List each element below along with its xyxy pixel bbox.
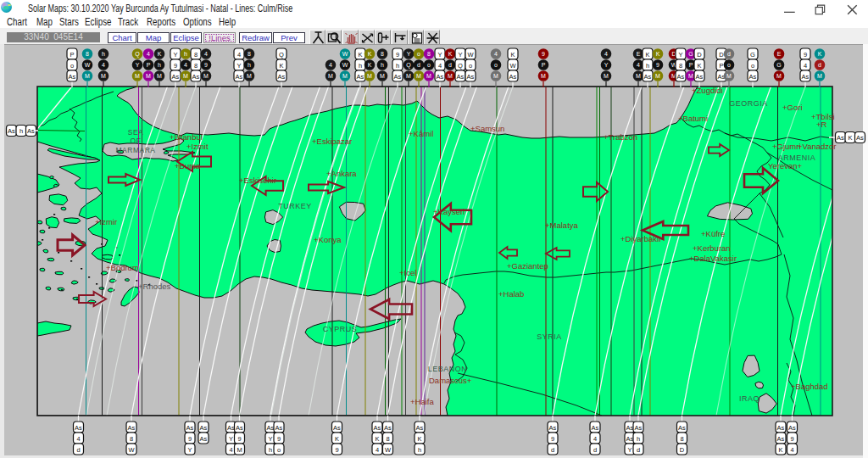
svg-text:G: G: [776, 62, 781, 68]
svg-text:P: P: [719, 62, 723, 70]
svg-text:M: M: [85, 73, 90, 79]
svg-text:h: h: [646, 62, 649, 70]
svg-text:M: M: [146, 73, 151, 79]
svg-text:As: As: [200, 424, 208, 432]
svg-text:As: As: [333, 424, 341, 432]
svg-text:As: As: [278, 73, 286, 81]
svg-text:9: 9: [551, 435, 554, 443]
svg-text:Y: Y: [187, 446, 192, 454]
svg-text:As: As: [384, 424, 392, 432]
svg-text:9: 9: [396, 51, 399, 59]
svg-text:Y: Y: [627, 446, 632, 454]
svg-text:As: As: [394, 73, 402, 81]
svg-text:Y: Y: [236, 62, 241, 70]
svg-text:W: W: [128, 446, 135, 454]
svg-text:K: K: [368, 51, 372, 57]
svg-text:Y: Y: [173, 51, 177, 59]
svg-text:P: P: [147, 62, 151, 68]
svg-text:h: h: [418, 446, 421, 454]
svg-text:As: As: [227, 424, 235, 432]
svg-text:As: As: [192, 73, 200, 81]
svg-text:M: M: [157, 73, 162, 79]
svg-text:+Istanbul: +Istanbul: [170, 132, 203, 142]
svg-text:M: M: [406, 73, 411, 79]
svg-text:M: M: [416, 73, 421, 79]
svg-text:9: 9: [804, 51, 807, 59]
svg-text:+Eskipazar: +Eskipazar: [312, 137, 352, 146]
svg-text:9: 9: [335, 446, 338, 454]
svg-text:As: As: [69, 73, 76, 81]
svg-text:+Halab: +Halab: [498, 289, 524, 299]
svg-text:As: As: [635, 424, 643, 432]
svg-text:MARMARA: MARMARA: [116, 146, 156, 154]
svg-text:4: 4: [204, 51, 208, 57]
svg-text:G: G: [750, 51, 755, 59]
svg-text:As: As: [644, 73, 652, 81]
svg-text:P: P: [70, 51, 74, 59]
svg-text:d: d: [593, 446, 597, 454]
svg-text:h: h: [102, 51, 105, 57]
svg-text:As: As: [128, 424, 136, 432]
svg-text:+Konya: +Konya: [314, 235, 342, 244]
svg-text:M: M: [655, 73, 660, 79]
svg-text:As: As: [172, 73, 180, 81]
svg-text:K: K: [417, 435, 421, 443]
svg-text:8: 8: [130, 435, 133, 443]
svg-text:+Diyarbakir: +Diyarbakir: [620, 234, 661, 243]
svg-text:As: As: [678, 424, 686, 432]
svg-text:4: 4: [438, 62, 442, 70]
svg-text:+Gori: +Gori: [782, 103, 803, 112]
svg-text:M: M: [448, 73, 453, 79]
svg-text:As: As: [437, 73, 444, 81]
svg-text:9: 9: [542, 51, 545, 57]
svg-text:As: As: [802, 73, 810, 81]
svg-text:M: M: [817, 73, 822, 79]
svg-text:4: 4: [329, 62, 332, 68]
svg-text:M: M: [726, 73, 732, 79]
svg-text:+Icel: +Icel: [399, 268, 416, 277]
svg-text:SEA: SEA: [128, 128, 144, 137]
svg-text:9: 9: [277, 435, 281, 443]
svg-text:+Bodrum: +Bodrum: [106, 263, 139, 272]
svg-text:P: P: [689, 62, 693, 68]
svg-text:h: h: [269, 446, 272, 454]
svg-text:h: h: [637, 435, 640, 443]
svg-text:K: K: [375, 435, 379, 443]
svg-text:M: M: [236, 446, 242, 454]
svg-text:As: As: [696, 73, 704, 81]
svg-text:d: d: [551, 446, 554, 454]
svg-text:8: 8: [679, 62, 682, 70]
svg-text:8: 8: [386, 435, 389, 443]
svg-text:K: K: [645, 51, 649, 59]
svg-text:4: 4: [593, 435, 597, 443]
svg-text:D: D: [697, 51, 702, 59]
svg-text:M: M: [247, 73, 252, 79]
svg-text:Q: Q: [458, 62, 463, 70]
svg-text:+Batumi: +Batumi: [678, 114, 708, 123]
svg-text:K: K: [697, 62, 701, 70]
svg-text:h: h: [19, 127, 23, 135]
svg-text:K: K: [279, 62, 283, 70]
svg-text:+R: +R: [816, 120, 827, 129]
svg-text:d: d: [76, 446, 80, 454]
svg-text:+Samsun: +Samsun: [470, 124, 504, 133]
svg-text:9: 9: [204, 62, 208, 68]
svg-text:Y: Y: [268, 435, 272, 443]
svg-text:As: As: [236, 424, 243, 432]
svg-text:G: G: [688, 51, 693, 57]
svg-text:W: W: [85, 62, 91, 68]
svg-text:M: M: [493, 73, 498, 79]
svg-text:GEORGIA: GEORGIA: [729, 99, 768, 108]
svg-text:+Eskisehir: +Eskisehir: [239, 176, 276, 185]
svg-text:K: K: [778, 446, 782, 454]
svg-text:M: M: [688, 73, 693, 79]
svg-text:As: As: [626, 424, 634, 432]
svg-text:As: As: [837, 134, 844, 142]
svg-text:d: d: [818, 62, 821, 68]
svg-text:Y: Y: [407, 51, 411, 57]
svg-text:M: M: [380, 73, 385, 79]
svg-text:4: 4: [376, 446, 379, 454]
svg-text:As: As: [677, 73, 685, 81]
svg-text:As: As: [509, 73, 517, 81]
svg-text:K: K: [848, 134, 852, 142]
